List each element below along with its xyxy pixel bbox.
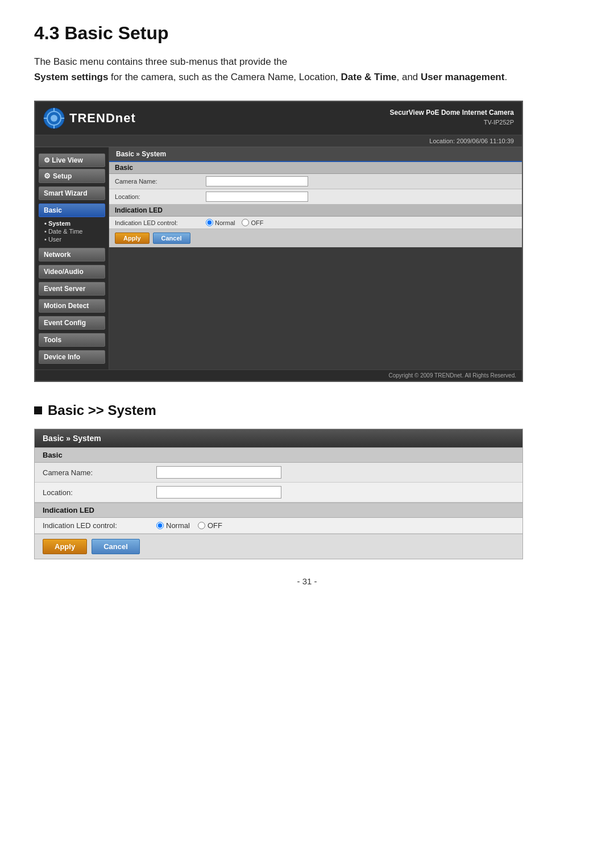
sidebar-item-event-server[interactable]: Event Server	[39, 282, 105, 296]
sidebar-basic-submenu: • System • Date & Time • User	[35, 218, 109, 244]
form-section-basic-title: Basic	[109, 162, 522, 174]
led-normal-option[interactable]: Normal	[206, 219, 235, 226]
led-radio-group: Normal OFF	[206, 219, 263, 226]
cancel-button[interactable]: Cancel	[92, 539, 140, 554]
led-off-radio[interactable]	[242, 219, 249, 226]
setup-label: Setup	[53, 172, 72, 180]
sidebar-item-video-audio[interactable]: Video/Audio	[39, 265, 105, 279]
camera-name-row: Camera Name:	[109, 174, 522, 189]
enlarged-led-off-label: OFF	[208, 521, 222, 530]
form-actions: Apply Cancel	[109, 229, 522, 247]
camera-name-label: Camera Name:	[115, 178, 206, 185]
led-normal-label: Normal	[215, 219, 235, 226]
led-control-row: Indication LED control: Normal OFF	[109, 217, 522, 229]
intro-paragraph: The Basic menu contains three sub-menus …	[34, 54, 580, 85]
camera-content: Basic » System Basic Camera Name: Locati…	[109, 147, 522, 369]
page-number: - 31 -	[34, 576, 580, 586]
setup-gear-icon: ⚙	[44, 172, 51, 180]
heading-square-icon	[34, 406, 42, 414]
enlarged-section-led: Indication LED	[35, 502, 522, 518]
apply-button-mini[interactable]: Apply	[115, 232, 150, 244]
product-model: TV-IP252P	[389, 118, 514, 127]
section-heading-text: Basic >> System	[48, 402, 156, 418]
sidebar-sub-user[interactable]: • User	[44, 235, 106, 243]
intro-bold-user: User management	[421, 72, 504, 82]
enlarged-led-off-option[interactable]: OFF	[198, 521, 222, 530]
enlarged-location-label: Location:	[43, 488, 156, 497]
enlarged-location-input[interactable]	[156, 486, 281, 499]
cancel-button-mini[interactable]: Cancel	[153, 232, 190, 244]
intro-text-period: .	[504, 72, 507, 82]
intro-text-start: The Basic menu contains three sub-menus …	[34, 56, 287, 67]
product-info: SecurView PoE Dome Internet Camera TV-IP…	[389, 107, 514, 127]
camera-footer: Copyright © 2009 TRENDnet. All Rights Re…	[35, 369, 522, 381]
location-row: Location:	[109, 189, 522, 205]
led-control-label: Indication LED control:	[115, 219, 206, 226]
svg-point-2	[51, 115, 57, 122]
sidebar-item-live-view[interactable]: ⚙ Live View	[39, 153, 105, 167]
live-view-label: Live View	[52, 156, 82, 164]
led-off-option[interactable]: OFF	[242, 219, 263, 226]
section-heading: Basic >> System	[34, 402, 580, 418]
enlarged-camera-name-input[interactable]	[156, 466, 281, 479]
brand-name: TRENDnet	[69, 111, 136, 126]
sidebar-item-setup[interactable]: ⚙ Setup	[39, 169, 105, 183]
location-field-label: Location:	[115, 193, 206, 200]
sidebar-item-device-info[interactable]: Device Info	[39, 350, 105, 364]
camera-sidebar: ⚙ Live View ⚙ Setup Smart Wizard Basic •…	[35, 147, 109, 369]
enlarged-section-basic: Basic	[35, 447, 522, 463]
enlarged-camera-name-row: Camera Name:	[35, 463, 522, 483]
camera-header: TRENDnet SecurView PoE Dome Internet Cam…	[35, 102, 522, 135]
location-datetime: 2009/06/06 11:10:39	[457, 138, 514, 144]
location-input[interactable]	[206, 192, 308, 202]
trendnet-logo-icon	[43, 107, 65, 129]
enlarged-table: Basic » System Basic Camera Name: Locati…	[34, 429, 523, 559]
enlarged-led-radio-group: Normal OFF	[156, 521, 222, 530]
sidebar-item-tools[interactable]: Tools	[39, 333, 105, 347]
enlarged-camera-name-label: Camera Name:	[43, 468, 156, 477]
intro-bold-datetime: Date & Time	[341, 72, 397, 82]
enlarged-table-header: Basic » System	[35, 429, 522, 447]
sidebar-item-motion-detect[interactable]: Motion Detect	[39, 299, 105, 313]
form-area: Basic Camera Name: Location: Indication …	[109, 162, 522, 247]
enlarged-led-normal-option[interactable]: Normal	[156, 521, 190, 530]
content-breadcrumb: Basic » System	[109, 147, 522, 162]
sidebar-item-event-config[interactable]: Event Config	[39, 316, 105, 330]
product-name: SecurView PoE Dome Internet Camera	[389, 107, 514, 118]
apply-button[interactable]: Apply	[43, 539, 87, 554]
sidebar-sub-system[interactable]: • System	[44, 219, 106, 227]
enlarged-led-normal-label: Normal	[166, 521, 190, 530]
intro-text-end: , and	[396, 72, 421, 82]
intro-bold-system: System settings	[34, 72, 108, 82]
enlarged-location-row: Location:	[35, 483, 522, 502]
sidebar-item-smart-wizard[interactable]: Smart Wizard	[39, 186, 105, 200]
sidebar-item-basic[interactable]: Basic	[39, 203, 105, 217]
enlarged-led-off-radio[interactable]	[198, 522, 205, 529]
enlarged-led-normal-radio[interactable]	[156, 522, 164, 529]
led-normal-radio[interactable]	[206, 219, 213, 226]
sidebar-item-network[interactable]: Network	[39, 248, 105, 261]
camera-body: ⚙ Live View ⚙ Setup Smart Wizard Basic •…	[35, 147, 522, 369]
intro-text-mid: for the camera, such as the Camera Name,…	[108, 72, 341, 82]
camera-logo: TRENDnet	[43, 107, 136, 129]
led-off-label: OFF	[251, 219, 263, 226]
camera-ui-frame: TRENDnet SecurView PoE Dome Internet Cam…	[34, 101, 523, 382]
enlarged-led-row: Indication LED control: Normal OFF	[35, 518, 522, 534]
live-view-icon: ⚙	[44, 156, 50, 164]
enlarged-form-actions: Apply Cancel	[35, 534, 522, 559]
location-bar: Location: 2009/06/06 11:10:39	[35, 135, 522, 147]
form-section-led-title: Indication LED	[109, 205, 522, 217]
sidebar-sub-datetime[interactable]: • Date & Time	[44, 227, 106, 235]
page-title: 4.3 Basic Setup	[34, 23, 580, 44]
location-label: Location:	[429, 138, 455, 144]
enlarged-led-label: Indication LED control:	[43, 521, 156, 530]
camera-name-input[interactable]	[206, 176, 308, 186]
